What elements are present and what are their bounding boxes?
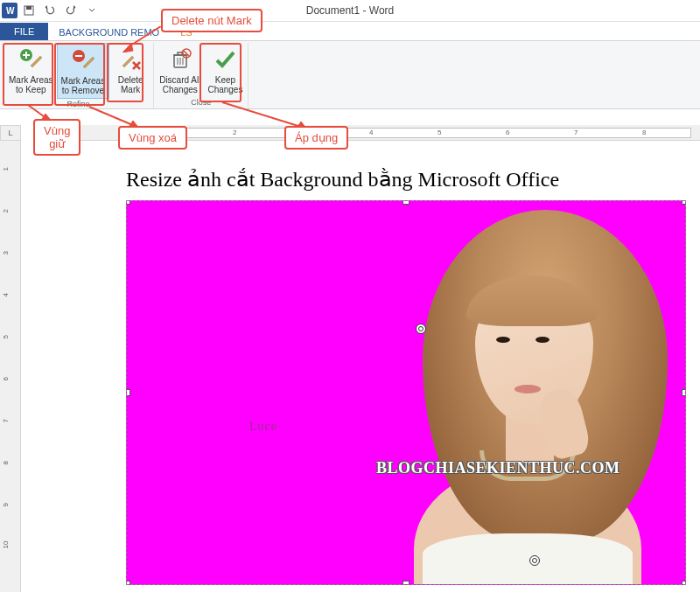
save-icon[interactable] [19,2,38,19]
quick-access-toolbar: W [0,2,103,19]
discard-icon [166,45,194,73]
image-watermark-luce: Luce [249,420,277,434]
resize-handle[interactable] [126,581,130,585]
callout-vung-xoa: Vùng xoá [118,126,187,150]
page-title: Resize ảnh cắt Background bằng Microsoft… [126,167,700,192]
refine-group-label: Refine [67,99,90,110]
image-foreground-person [388,201,685,584]
ruler-corner[interactable]: L [0,125,21,141]
qat-dropdown-icon[interactable] [82,2,102,19]
resize-handle[interactable] [402,581,410,585]
pencil-x-icon [116,45,144,73]
resize-handle[interactable] [682,581,686,585]
resize-handle[interactable] [682,200,686,205]
crop-handle-icon[interactable] [529,555,540,566]
resize-handle[interactable] [682,389,686,396]
ribbon-group-close: Discard All Changes Keep Changes Close [154,43,248,108]
image-watermark-blog: BLOGCHIASEKIENTHUC.COM [376,459,620,477]
resize-handle[interactable] [126,200,130,205]
document-area[interactable]: Resize ảnh cắt Background bằng Microsoft… [21,141,700,592]
ribbon-tabs: FILE BACKGROUND REMO LS [0,22,700,41]
delete-mark-button[interactable]: Delete Mark [109,43,151,97]
keep-label: Keep Changes [207,75,242,94]
svg-rect-2 [26,6,32,10]
tab-file[interactable]: FILE [0,23,48,40]
callout-delete-mark: Delete nút Mark [161,9,262,32]
ribbon-group-refine: Mark Areas to Keep Mark Areas to Remove … [4,43,154,108]
mark-areas-keep-button[interactable]: Mark Areas to Keep [5,43,57,97]
delete-mark-label: Delete Mark [118,75,144,94]
ribbon: Mark Areas to Keep Mark Areas to Remove … [0,41,700,109]
tab-background-removal[interactable]: BACKGROUND REMO [48,24,170,40]
callout-vung-giu: Vùng giữ [33,119,80,156]
ruler-vertical[interactable]: 12345678910 [0,141,21,592]
word-app-icon[interactable]: W [2,3,18,18]
resize-handle[interactable] [402,200,410,205]
titlebar: W Document1 - Word [0,0,700,22]
svg-text:W: W [6,6,15,16]
keep-changes-button[interactable]: Keep Changes [204,43,246,97]
undo-icon[interactable] [40,2,60,19]
resize-handle[interactable] [126,389,130,396]
crop-handle-icon[interactable] [416,324,426,334]
plus-pencil-icon [17,45,45,73]
close-group-label: Close [191,97,211,108]
svg-line-11 [89,107,135,126]
checkmark-icon [211,45,239,73]
document-title: Document1 - Word [306,4,394,17]
minus-pencil-icon [69,46,97,74]
mark-keep-label: Mark Areas to Keep [9,75,53,94]
discard-changes-button[interactable]: Discard All Changes [156,43,204,97]
selected-image[interactable]: Luce BLOGCHIASEKIENTHUC.COM [126,200,686,585]
mark-areas-remove-button[interactable]: Mark Areas to Remove [57,43,110,99]
mark-remove-label: Mark Areas to Remove [61,76,106,95]
discard-label: Discard All Changes [159,75,200,94]
callout-ap-dung: Áp dụng [284,126,348,150]
redo-icon[interactable] [61,2,80,19]
